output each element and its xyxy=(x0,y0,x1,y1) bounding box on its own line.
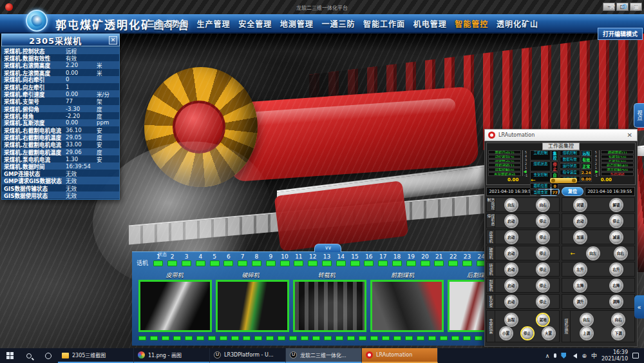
round-button[interactable]: 向右 xyxy=(537,199,549,211)
round-button[interactable]: 右升 xyxy=(611,264,622,275)
indicator-lamp[interactable]: 跟机自动(2) xyxy=(488,150,521,154)
taskbar-clock[interactable]: 16:39 2021/4/10 xyxy=(601,349,628,362)
round-button[interactable]: 调降 xyxy=(611,296,622,308)
menu-item-3[interactable]: 地测管理 xyxy=(280,18,314,29)
menu-item-4[interactable]: 一通三防 xyxy=(321,18,355,29)
ime-language-indicator[interactable]: 中 xyxy=(591,351,597,360)
bottom-panel-collapse-tab[interactable]: ∨∨ xyxy=(314,244,341,252)
cortana-button[interactable] xyxy=(39,348,58,363)
round-button[interactable]: 减速 xyxy=(611,231,622,243)
table-row: 采煤机.支架号77架 xyxy=(2,97,119,104)
menu-item-0[interactable]: 三维态势图 xyxy=(147,18,189,29)
round-button[interactable]: 停止 xyxy=(537,248,549,259)
camera-thumbnail-0[interactable] xyxy=(138,280,212,332)
menu-item-2[interactable]: 安全管理 xyxy=(238,18,272,29)
menu-item-6[interactable]: 机电管理 xyxy=(413,18,447,29)
lrautomation-titlebar[interactable]: LRAutomation ✕ xyxy=(484,129,638,141)
round-button[interactable]: 启动 xyxy=(574,215,586,227)
round-button[interactable]: 启动 xyxy=(506,264,517,275)
notification-center-icon[interactable] xyxy=(632,353,639,358)
round-button[interactable]: 停止 xyxy=(522,328,533,339)
round-button[interactable]: 向右 xyxy=(612,314,624,326)
round-button[interactable]: 启动 xyxy=(506,296,517,308)
camera-thumbnail-2[interactable] xyxy=(293,280,366,332)
taskbar-app-label: 11.png - 画图 xyxy=(148,351,182,358)
gear-icon[interactable]: ⚙ xyxy=(620,2,629,12)
shearer-data-rows: 采煤机.控制状态远程采煤机.数据有效性有效采煤机.右滚筒高度2.20米采煤机.左… xyxy=(1,46,120,200)
taskbar-app-1[interactable]: 11.png - 画图 xyxy=(134,348,210,363)
panel-close-icon[interactable]: ✕ xyxy=(109,36,117,44)
round-button[interactable]: 停止 xyxy=(537,215,549,227)
menu-item-7[interactable]: 智能管控 xyxy=(455,18,488,29)
round-button[interactable]: 向左 xyxy=(587,248,599,259)
round-button[interactable]: 启动 xyxy=(506,231,517,243)
status-dash xyxy=(463,336,471,340)
indicator-lamp[interactable]: 远程控制(0) xyxy=(488,168,521,172)
unreal-icon: U xyxy=(290,351,297,358)
lrautomation-close-icon[interactable]: ✕ xyxy=(626,132,634,139)
round-button[interactable]: 向左 xyxy=(506,199,517,211)
taskbar-app-4[interactable]: LRAutomation xyxy=(362,348,438,363)
camera-thumbnail-1[interactable] xyxy=(216,280,289,332)
row-label: 采煤机.控制状态 xyxy=(4,47,66,55)
round-button[interactable]: 上调 xyxy=(581,328,592,339)
viewpoint-tab[interactable]: 视点 xyxy=(634,103,644,128)
round-button[interactable]: 调升 xyxy=(574,296,586,308)
search-button[interactable] xyxy=(19,348,39,363)
tray-chevron-up-icon[interactable]: ∧ xyxy=(545,353,550,359)
camera-thumbnail-3[interactable] xyxy=(370,280,444,332)
taskbar-app-0[interactable]: 2305三维截图 xyxy=(58,348,134,363)
indicator-lamp[interactable]: 记忆截割(3) xyxy=(488,155,521,159)
speaker-icon[interactable] xyxy=(571,353,577,358)
round-button[interactable]: 停止 xyxy=(537,264,549,275)
round-button[interactable]: 左降 xyxy=(574,280,586,291)
taskbar-app-3[interactable]: U龙软二三维一体化... xyxy=(286,348,362,363)
round-button[interactable]: 小雾 xyxy=(500,328,512,339)
status-row: 煤机状态停止 xyxy=(530,161,558,172)
start-button[interactable] xyxy=(0,348,19,363)
panel-collapse-chevron-icon[interactable]: « xyxy=(634,295,644,319)
status-dash xyxy=(312,336,320,340)
group-top-button[interactable]: 复位 xyxy=(562,187,583,196)
indicator-lamp[interactable]: 煤机闭锁(1) xyxy=(488,163,521,167)
menu-item-8[interactable]: 透明化矿山 xyxy=(497,18,538,29)
microphone-icon[interactable] xyxy=(554,353,556,358)
round-button[interactable]: 启动 xyxy=(506,215,517,227)
indicator-lamp[interactable]: 支架跟机启动 xyxy=(488,172,521,176)
round-button[interactable]: 远程 xyxy=(506,314,517,326)
round-button[interactable]: 停止 xyxy=(611,215,622,227)
taskbar-app-2[interactable]: ULR3DPlatform - U... xyxy=(210,348,286,363)
round-button[interactable]: 下调 xyxy=(612,328,624,339)
indicator-lamp[interactable]: 牵引控制(40) xyxy=(601,163,634,167)
fullscreen-icon[interactable]: ▣ xyxy=(632,2,641,12)
round-button[interactable]: 加速 xyxy=(574,231,586,243)
network-icon[interactable]: ⊕ xyxy=(582,353,587,359)
indicator-lamp[interactable]: 急停闭锁 xyxy=(601,172,634,176)
channel-number: 6 xyxy=(222,253,236,260)
indicator-lamp[interactable]: 右截割(30) xyxy=(601,159,634,163)
round-button[interactable]: 启动 xyxy=(506,248,517,259)
status-dash xyxy=(266,336,274,340)
indicator-lamp[interactable]: 喷雾联动(2) xyxy=(488,159,521,163)
round-button[interactable]: 停止 xyxy=(537,231,549,243)
indicator-lamp[interactable]: 视频跟机(1) xyxy=(601,150,634,154)
menu-item-1[interactable]: 生产管理 xyxy=(197,18,231,29)
channel-number: 12 xyxy=(306,253,320,260)
round-button[interactable]: 停止 xyxy=(537,280,549,291)
round-button[interactable]: 停止 xyxy=(537,296,549,308)
indicator-lamp[interactable]: 调高控制(50) xyxy=(601,168,634,172)
open-edit-mode-button[interactable]: 打开编辑模式 xyxy=(598,28,643,40)
security-shield-icon[interactable] xyxy=(561,353,566,358)
round-button[interactable]: 左升 xyxy=(574,264,586,275)
round-button[interactable]: 大雾 xyxy=(543,328,554,339)
indicator-lamp[interactable]: 左截割(10) xyxy=(601,155,634,159)
round-button[interactable]: 右降 xyxy=(611,280,622,291)
round-button[interactable]: 解锁 xyxy=(611,199,622,211)
round-button[interactable]: 启动 xyxy=(506,280,517,291)
round-button[interactable]: 向左 xyxy=(581,314,592,326)
round-button[interactable]: 就地 xyxy=(537,314,549,326)
round-button[interactable]: 闭锁 xyxy=(574,199,586,211)
menu-item-5[interactable]: 智能工作面 xyxy=(363,18,405,29)
round-button[interactable]: 向右 xyxy=(615,248,627,259)
wrench-icon[interactable]: ⚒ xyxy=(607,2,617,12)
